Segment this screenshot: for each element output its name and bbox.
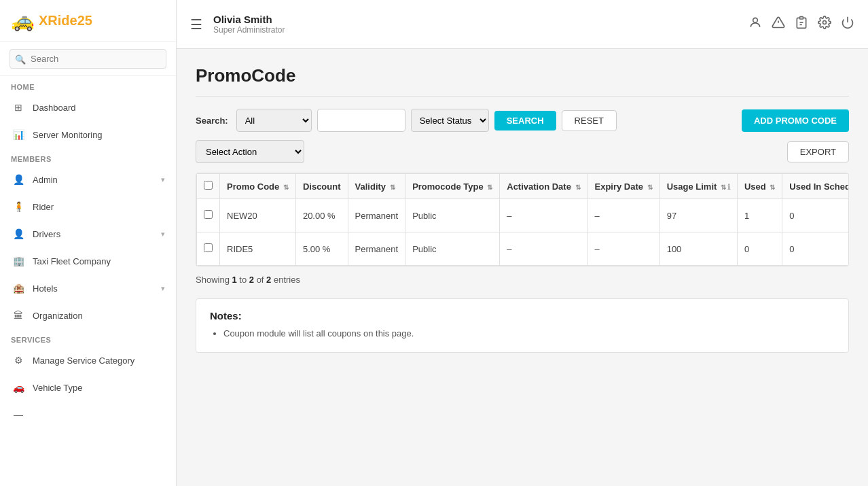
- sidebar-item-hotels[interactable]: 🏨 Hotels ▾: [0, 275, 176, 302]
- pagination-from: 1: [232, 275, 236, 285]
- search-filter-select[interactable]: All Promo Code Discount: [236, 109, 312, 132]
- notes-item: Coupon module will list all coupons on t…: [223, 328, 835, 339]
- sidebar-item-vehicle-type[interactable]: 🚗 Vehicle Type: [0, 374, 176, 401]
- sidebar-item-server-monitoring[interactable]: 📊 Server Monitoring: [0, 121, 176, 148]
- sidebar-item-label: Server Monitoring: [33, 130, 165, 140]
- power-icon[interactable]: [841, 16, 854, 33]
- col-promo-code: Promo Code ⇅: [220, 174, 296, 199]
- header-icons: [748, 16, 854, 33]
- usage-limit-cell: 100: [659, 232, 737, 266]
- row-checkbox[interactable]: [204, 243, 213, 252]
- logo-car-icon: 🚕: [11, 10, 35, 32]
- export-button[interactable]: EXPORT: [787, 141, 849, 162]
- sidebar-item-organization[interactable]: 🏛 Organization: [0, 302, 176, 329]
- promo-code-table: Promo Code ⇅ Discount Validity ⇅ Promoco…: [196, 173, 849, 266]
- search-icon: 🔍: [15, 54, 26, 64]
- sidebar-logo: 🚕 XRide25: [0, 0, 176, 42]
- sort-icon: ⇅: [575, 184, 581, 191]
- rider-icon: 🧍: [11, 199, 26, 214]
- taxi-fleet-icon: 🏢: [11, 254, 26, 268]
- pagination-info: Showing 1 to 2 of 2 entries: [196, 275, 849, 285]
- chevron-down-icon: ▾: [161, 230, 165, 239]
- sort-icon: ⇅: [283, 184, 289, 191]
- hotels-icon: 🏨: [11, 281, 26, 296]
- discount-cell: 5.00 %: [295, 232, 348, 266]
- search-bar: Search: All Promo Code Discount Select S…: [196, 109, 849, 132]
- row-checkbox-cell: [197, 199, 220, 232]
- notes-box: Notes: Coupon module will list all coupo…: [196, 298, 849, 353]
- promocode-type-cell: Public: [405, 232, 500, 266]
- discount-cell: 20.00 %: [295, 199, 348, 232]
- settings-icon[interactable]: [818, 16, 831, 33]
- used-cell: 1: [737, 199, 782, 232]
- user-icon[interactable]: [748, 16, 762, 33]
- sidebar-item-more[interactable]: —: [0, 401, 176, 428]
- row-checkbox[interactable]: [204, 210, 213, 219]
- promo-code-cell: RIDE5: [220, 232, 296, 266]
- sidebar-item-dashboard[interactable]: ⊞ Dashboard: [0, 94, 176, 121]
- notes-list: Coupon module will list all coupons on t…: [210, 328, 835, 339]
- dashboard-icon: ⊞: [11, 100, 26, 115]
- sort-icon: ⇅: [487, 184, 492, 191]
- status-select[interactable]: Select Status Active Inactive: [411, 109, 489, 132]
- header-user: Olivia Smith Super Administrator: [213, 14, 748, 35]
- clipboard-icon[interactable]: [795, 16, 808, 33]
- col-used: Used ⇅: [737, 174, 782, 199]
- sidebar-item-manage-service-category[interactable]: ⚙ Manage Service Category: [0, 347, 176, 374]
- info-icon: ℹ: [727, 183, 730, 191]
- validity-cell: Permanent: [348, 199, 405, 232]
- action-select[interactable]: Select Action Delete: [196, 140, 304, 163]
- search-button[interactable]: SEARCH: [494, 111, 556, 131]
- sort-icon: ⇅: [390, 184, 395, 191]
- sidebar-item-taxi-fleet[interactable]: 🏢 Taxi Fleet Company: [0, 247, 176, 275]
- col-validity: Validity ⇅: [348, 174, 405, 199]
- used-cell: 0: [737, 232, 782, 266]
- section-home: HOME: [0, 76, 176, 94]
- sidebar-item-label: Drivers: [33, 229, 161, 239]
- organization-icon: 🏛: [11, 308, 26, 323]
- sidebar-search-input[interactable]: [10, 49, 166, 69]
- header: ☰ Olivia Smith Super Administrator: [177, 0, 868, 49]
- action-bar: Select Action Delete EXPORT: [196, 140, 849, 163]
- vehicle-type-icon: 🚗: [11, 380, 26, 395]
- sidebar-item-label: Rider: [33, 202, 165, 212]
- validity-cell: Permanent: [348, 232, 405, 266]
- add-promo-code-button[interactable]: ADD PROMO CODE: [742, 109, 849, 132]
- row-checkbox-cell: [197, 232, 220, 266]
- title-divider: [196, 96, 849, 97]
- promo-code-cell: NEW20: [220, 199, 296, 232]
- drivers-icon: 👤: [11, 226, 26, 241]
- svg-point-0: [753, 18, 758, 22]
- sidebar: 🚕 XRide25 🔍 HOME ⊞ Dashboard 📊 Server Mo…: [0, 0, 177, 486]
- server-monitoring-icon: 📊: [11, 127, 26, 142]
- pagination-total: 2: [266, 275, 271, 285]
- sidebar-item-label: Dashboard: [33, 103, 165, 113]
- svg-point-6: [823, 21, 827, 24]
- sidebar-item-label: Hotels: [33, 283, 161, 294]
- sidebar-item-drivers[interactable]: 👤 Drivers ▾: [0, 220, 176, 247]
- search-text-input[interactable]: [317, 109, 405, 132]
- usage-limit-cell: 97: [659, 199, 737, 232]
- col-activation-date: Activation Date ⇅: [500, 174, 587, 199]
- select-all-checkbox[interactable]: [204, 181, 213, 190]
- sort-icon: ⇅: [770, 184, 775, 191]
- menu-button[interactable]: ☰: [190, 16, 202, 33]
- used-schedule-cell: 0: [782, 232, 849, 266]
- activation-date-cell: –: [500, 232, 587, 266]
- activation-date-cell: –: [500, 199, 587, 232]
- col-checkbox: [197, 174, 220, 199]
- pagination-to: 2: [249, 275, 254, 285]
- sidebar-item-admin[interactable]: 👤 Admin ▾: [0, 166, 176, 193]
- expiry-date-cell: –: [587, 199, 659, 232]
- page-title: PromoCode: [196, 65, 849, 86]
- sort-icon: ⇅: [721, 184, 726, 191]
- alert-icon[interactable]: [772, 16, 785, 33]
- section-members: MEMBERS: [0, 148, 176, 166]
- notes-title: Notes:: [210, 310, 835, 322]
- admin-icon: 👤: [11, 172, 26, 187]
- sidebar-item-rider[interactable]: 🧍 Rider: [0, 193, 176, 220]
- reset-button[interactable]: RESET: [562, 110, 617, 131]
- sidebar-item-label: Taxi Fleet Company: [33, 256, 165, 266]
- expiry-date-cell: –: [587, 232, 659, 266]
- table-row: RIDE5 5.00 % Permanent Public – – 100 0 …: [197, 232, 850, 266]
